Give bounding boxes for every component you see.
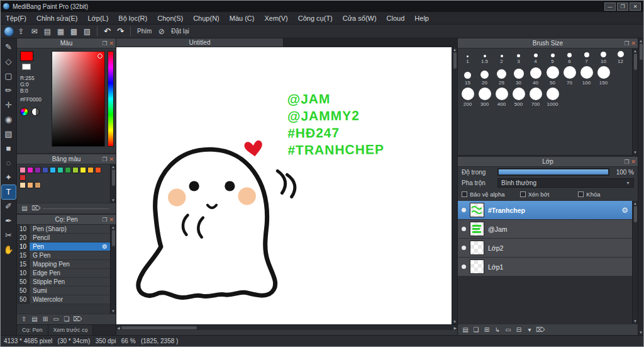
delete-brush-icon[interactable]: ⌦ (73, 315, 82, 324)
hue-slider[interactable] (108, 51, 114, 147)
palette-swatch[interactable] (50, 167, 56, 173)
delete-layer-icon[interactable]: ⌦ (536, 326, 545, 334)
shape-tool[interactable]: ■ (2, 142, 16, 156)
close-icon[interactable]: ✕ (631, 38, 636, 48)
brush-list-scrollbar[interactable]: ▲▼ (110, 225, 116, 314)
palette-swatch[interactable] (95, 167, 101, 173)
close-icon[interactable]: ✕ (109, 215, 114, 225)
layer-row[interactable]: #Tranhchep ⚙ (458, 201, 632, 219)
brush-size-option[interactable]: 1000 (544, 88, 561, 107)
fill-bucket-tool[interactable]: ◉ (2, 113, 16, 127)
palette-scrollbar[interactable]: ▲▼ (110, 164, 116, 203)
menu-item[interactable]: Chụp(N) (188, 12, 225, 25)
brush-size-option[interactable]: 4 (527, 54, 544, 64)
palette-swatch[interactable] (35, 182, 41, 188)
hand-tool[interactable]: ✋ (2, 243, 16, 257)
fg-bg-swatches[interactable] (20, 51, 45, 72)
move-tool[interactable]: ✛ (2, 98, 16, 112)
palette-swatch[interactable] (57, 167, 64, 173)
menu-item[interactable]: Cửa sổ(W) (338, 12, 382, 25)
brush-list-item[interactable]: 50 Watercolor ⚙ (17, 295, 110, 304)
brush-size-option[interactable]: 1 (459, 55, 476, 64)
opacity-slider[interactable] (497, 168, 609, 176)
brush-list-item[interactable]: 10 Pen (Sharp) ⚙ (17, 225, 110, 234)
layer-option-checkbox[interactable]: Bảo vệ alpha (462, 191, 518, 198)
layer-settings-icon[interactable]: ⚙ (621, 206, 628, 215)
brush-size-option[interactable]: 5 (544, 54, 561, 64)
color-wheel-icon[interactable] (20, 108, 28, 116)
tab-brush[interactable]: Cọ: Pen (17, 325, 48, 335)
layer-row[interactable]: Lớp1 (458, 258, 632, 276)
eraser-tool[interactable]: ◇ (2, 55, 16, 69)
brush-folder-icon[interactable]: ▭ (52, 315, 60, 324)
sync-brush-icon[interactable]: ⇪ (19, 315, 28, 324)
popout-icon[interactable]: ❐ (102, 154, 107, 164)
reset-button[interactable]: Đặt lại (171, 28, 189, 35)
new-brush-icon[interactable]: ▤ (30, 315, 39, 324)
panel-layout-icon[interactable]: ▦ (55, 26, 67, 37)
brush-size-option[interactable]: 200 (459, 88, 476, 107)
brush-size-scrollbar[interactable]: ▲▼ (632, 48, 638, 155)
palette-swatch[interactable] (19, 182, 26, 188)
add-brush-icon[interactable]: ⊞ (41, 315, 50, 324)
maximize-button[interactable]: ❐ (617, 3, 628, 11)
palette-swatch[interactable] (72, 167, 79, 173)
menu-item[interactable]: Bộ lọc(R) (113, 12, 152, 25)
brush-size-option[interactable]: 3 (510, 54, 527, 64)
menu-item[interactable]: Công cụ(T) (293, 12, 338, 25)
blend-mode-dropdown[interactable]: Bình thường ▼ (497, 178, 634, 188)
layer-visibility-toggle[interactable] (462, 246, 466, 250)
divide-tool[interactable]: ✂ (2, 229, 16, 242)
popout-icon[interactable]: ❐ (102, 38, 107, 48)
delete-palette-icon[interactable]: ⌦ (31, 204, 40, 213)
palette-swatch[interactable] (27, 167, 33, 173)
grid-icon[interactable]: ▩ (68, 26, 80, 37)
menu-item[interactable]: Xem(V) (259, 12, 292, 25)
brush-size-option[interactable]: 10 (595, 52, 612, 64)
gradient-tool[interactable]: ▧ (2, 127, 16, 141)
close-icon[interactable]: ✕ (631, 157, 636, 167)
saturation-value-picker[interactable] (52, 51, 105, 147)
brush-size-option[interactable]: 500 (510, 88, 527, 107)
layer-option-checkbox[interactable]: Xén bớt (520, 191, 576, 198)
layer-list-scrollbar[interactable]: ▲▼ (632, 201, 638, 324)
layer-folder-icon[interactable]: ▭ (504, 326, 513, 334)
close-button[interactable]: ✕ (630, 3, 641, 11)
menu-item[interactable]: Màu (C) (225, 12, 260, 25)
brush-list-item[interactable]: 10 Pen ⚙ (17, 242, 110, 251)
brush-list-item[interactable]: 20 Pencil ⚙ (17, 234, 110, 242)
palette-swatch[interactable] (42, 167, 48, 173)
palette-swatch[interactable] (80, 167, 86, 173)
menu-item[interactable]: Chọn(S) (152, 12, 188, 25)
close-icon[interactable]: ✕ (109, 38, 114, 48)
brush-list-item[interactable]: 10 Edge Pen ⚙ (17, 269, 110, 278)
brush-size-option[interactable]: 40 (527, 67, 544, 86)
layer-row[interactable]: @Jam (458, 220, 632, 238)
popout-icon[interactable]: ❐ (624, 157, 629, 167)
brush-size-option[interactable]: 30 (510, 69, 527, 86)
canvas-horizontal-scrollbar[interactable]: ◀▶ (116, 324, 457, 330)
brush-size-option[interactable]: 6 (561, 53, 578, 64)
menu-item[interactable]: Chỉnh sửa(E) (31, 12, 82, 25)
brush-settings-icon[interactable]: ⚙ (102, 243, 108, 250)
brush-size-option[interactable]: 300 (476, 88, 493, 107)
layer-visibility-toggle[interactable] (462, 227, 466, 231)
redo-button[interactable]: ↷ (114, 26, 126, 37)
menu-item[interactable]: Tệp(F) (1, 12, 31, 25)
brush-size-option[interactable]: 2 (493, 55, 510, 64)
new-layer-icon[interactable]: ▤ (461, 326, 470, 334)
magic-wand-tool[interactable]: ✦ (2, 171, 16, 185)
menu-item[interactable]: Help (409, 12, 434, 25)
brush-list-item[interactable]: 15 G Pen ⚙ (17, 251, 110, 260)
palette-swatch[interactable] (87, 167, 94, 173)
eyedropper-tool[interactable]: ✒ (2, 214, 16, 228)
brush-tool[interactable]: ✎ (2, 40, 16, 54)
palette-swatch[interactable] (65, 167, 71, 173)
brush-size-option[interactable]: 100 (578, 66, 595, 86)
brush-size-option[interactable]: 20 (476, 71, 493, 86)
brush-size-option[interactable]: 15 (459, 72, 476, 86)
duplicate-brush-icon[interactable]: ❏ (62, 315, 71, 324)
menu-item[interactable]: Cloud (382, 12, 410, 25)
background-color-swatch[interactable] (22, 64, 31, 70)
document-tab[interactable]: Untitled (116, 38, 284, 47)
